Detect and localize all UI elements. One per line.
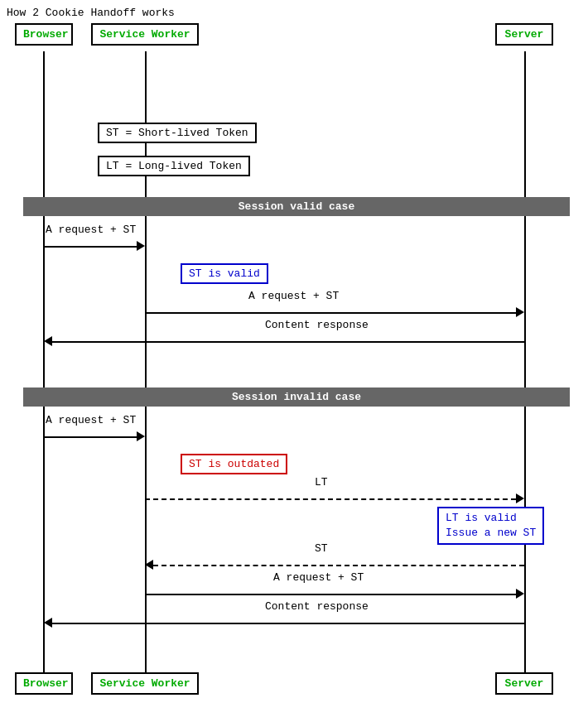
- actor-browser-top: Browser: [15, 23, 73, 46]
- lt-definition: LT = Long-lived Token: [98, 156, 250, 176]
- lifeline-server: [524, 51, 526, 681]
- message-req1: [44, 238, 145, 255]
- message-req3: [44, 429, 145, 445]
- st-valid-note: ST is valid: [181, 263, 268, 284]
- message-lt-req: [145, 491, 524, 508]
- actor-server-bottom: Server: [495, 672, 553, 695]
- message-resp2: [44, 615, 524, 632]
- label-req1: A request + ST: [46, 224, 136, 236]
- actor-server-top: Server: [495, 23, 553, 46]
- label-resp2: Content response: [265, 600, 369, 613]
- message-resp1: [44, 334, 524, 350]
- st-definition: ST = Short-lived Token: [98, 123, 257, 143]
- actor-sw-bottom: Service Worker: [91, 672, 199, 695]
- label-req2: A request + ST: [248, 290, 339, 302]
- diagram-title: How 2 Cookie Handoff works: [7, 7, 581, 19]
- actor-sw-top: Service Worker: [91, 23, 199, 46]
- label-lt-req: LT: [315, 476, 328, 489]
- label-st-resp: ST: [315, 542, 328, 555]
- label-resp1: Content response: [265, 319, 369, 331]
- lifeline-sw: [145, 51, 147, 681]
- lt-valid-note: LT is validIssue a new ST: [437, 507, 544, 545]
- section-valid: Session valid case: [23, 197, 570, 216]
- actor-browser-bottom: Browser: [15, 672, 73, 695]
- st-outdated-note: ST is outdated: [181, 454, 287, 474]
- label-req3: A request + ST: [46, 414, 136, 426]
- section-invalid: Session invalid case: [23, 387, 570, 407]
- lifeline-browser: [43, 51, 45, 681]
- diagram-container: How 2 Cookie Handoff works Browser Servi…: [0, 0, 588, 722]
- label-req4: A request + ST: [273, 571, 364, 584]
